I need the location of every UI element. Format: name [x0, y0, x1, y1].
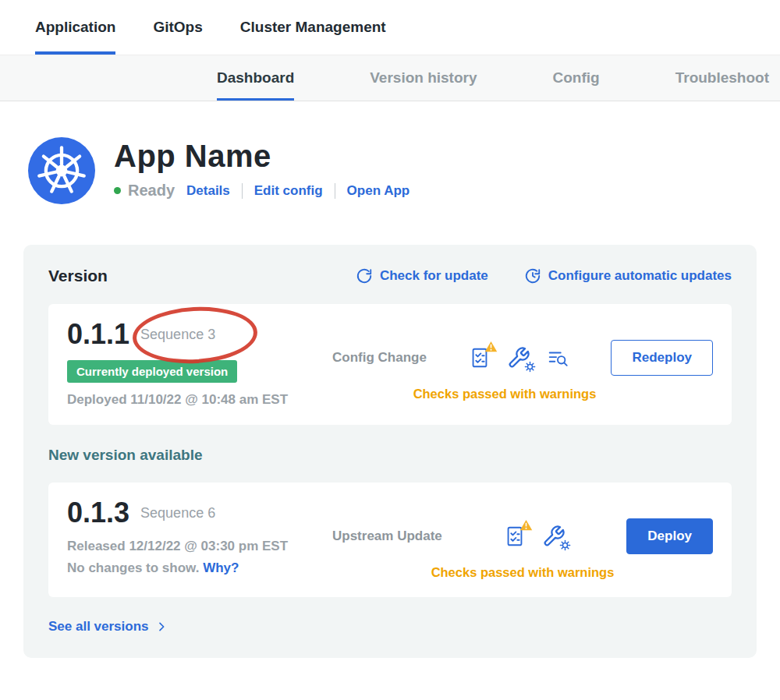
tab-version-history[interactable]: Version history — [370, 55, 477, 101]
diff-search-icon[interactable] — [546, 346, 569, 369]
nav-item-cluster-management[interactable]: Cluster Management — [240, 0, 386, 55]
new-version-banner: New version available — [48, 447, 732, 464]
tab-config[interactable]: Config — [553, 55, 600, 101]
kubernetes-logo-icon — [28, 137, 95, 204]
check-for-update-label: Check for update — [380, 268, 488, 284]
version-number: 0.1.1 — [67, 318, 129, 351]
version-heading: Version — [48, 267, 108, 285]
deployed-badge: Currently deployed version — [67, 360, 237, 383]
deploy-button[interactable]: Deploy — [626, 518, 713, 554]
nav-item-gitops[interactable]: GitOps — [153, 0, 202, 55]
app-header: App Name Ready Details Edit config Open … — [28, 137, 780, 204]
check-for-update-link[interactable]: Check for update — [356, 267, 488, 285]
see-all-versions-link[interactable]: See all versions — [48, 619, 168, 635]
preflight-checks-icon[interactable] — [468, 346, 491, 369]
configure-auto-updates-label: Configure automatic updates — [548, 268, 732, 284]
version-panel-header: Version Check for update — [48, 267, 732, 285]
details-link[interactable]: Details — [186, 183, 230, 199]
edit-config-link[interactable]: Edit config — [254, 183, 323, 199]
primary-nav: Application GitOps Cluster Management — [0, 0, 780, 55]
new-version-info: 0.1.3 Sequence 6 Released 12/12/22 @ 03:… — [67, 497, 332, 580]
tab-dashboard[interactable]: Dashboard — [217, 55, 294, 101]
page-title: App Name — [114, 139, 410, 174]
status-text: Ready — [128, 182, 175, 200]
checks-status-text: Checks passed with warnings — [332, 565, 713, 580]
checks-status-text: Checks passed with warnings — [332, 387, 713, 401]
preflight-checks-icon[interactable] — [503, 525, 526, 548]
refresh-icon — [356, 267, 373, 285]
redeploy-button[interactable]: Redeploy — [611, 340, 713, 376]
version-sequence: Sequence 6 — [140, 505, 215, 521]
why-link[interactable]: Why? — [203, 560, 239, 575]
new-version-card: 0.1.3 Sequence 6 Released 12/12/22 @ 03:… — [48, 483, 732, 597]
current-version-info: 0.1.1 Sequence 3 Currently deployed vers… — [67, 318, 332, 408]
divider — [335, 183, 335, 199]
deployed-timestamp: Deployed 11/10/22 @ 10:48 am EST — [67, 392, 332, 408]
status-dot-icon — [114, 187, 121, 194]
gear-icon — [524, 361, 536, 373]
configure-auto-updates-link[interactable]: Configure automatic updates — [524, 267, 732, 285]
check-icons-group — [468, 346, 569, 369]
wrench-gear-icon[interactable] — [542, 525, 566, 548]
warning-triangle-icon — [484, 341, 498, 352]
gear-icon — [559, 539, 571, 551]
new-version-detail: Upstream Update — [332, 518, 713, 580]
app-header-text: App Name Ready Details Edit config Open … — [114, 137, 410, 200]
wrench-gear-icon[interactable] — [507, 346, 530, 369]
status-row: Ready Details Edit config Open App — [114, 182, 410, 200]
version-number: 0.1.3 — [67, 497, 129, 529]
version-sequence: Sequence 3 — [140, 327, 215, 343]
secondary-nav: Dashboard Version history Config Trouble… — [0, 55, 780, 101]
nav-item-application[interactable]: Application — [35, 0, 115, 55]
check-icons-group — [503, 525, 566, 548]
change-type-label: Upstream Update — [332, 529, 442, 544]
warning-triangle-icon — [519, 519, 533, 531]
tab-troubleshoot[interactable]: Troubleshoot — [675, 55, 769, 101]
change-type-label: Config Change — [332, 350, 427, 366]
chevron-right-icon — [155, 620, 168, 633]
version-panel: Version Check for update — [23, 245, 757, 658]
clock-refresh-icon — [524, 267, 541, 285]
open-app-link[interactable]: Open App — [347, 183, 410, 199]
version-actions: Check for update Configure automatic upd… — [356, 267, 732, 285]
current-version-card: 0.1.1 Sequence 3 Currently deployed vers… — [48, 304, 732, 425]
released-timestamp: Released 12/12/22 @ 03:30 pm EST — [67, 539, 332, 554]
no-changes-row: No changes to show. Why? — [67, 560, 332, 576]
no-changes-text: No changes to show. — [67, 560, 199, 575]
see-all-versions-label: See all versions — [48, 619, 149, 635]
current-version-detail: Config Change — [332, 340, 713, 408]
divider — [242, 183, 243, 199]
